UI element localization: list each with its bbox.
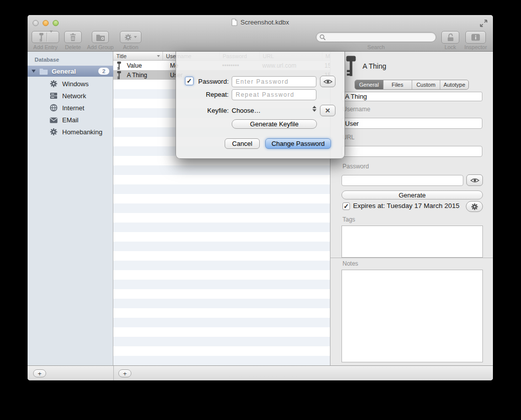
check-icon: ✓ <box>187 78 192 84</box>
sidebar-item-label: Homebanking <box>62 128 102 136</box>
change-password-button[interactable]: Change Password <box>265 138 331 149</box>
plus-icon: + <box>38 370 42 377</box>
table-stripe <box>113 280 330 289</box>
expires-checkbox[interactable]: ✓ <box>342 202 350 210</box>
sidebar-item-network[interactable]: Network <box>28 90 113 102</box>
table-stripe <box>113 175 330 184</box>
enable-password-checkbox[interactable]: ✓ <box>185 77 194 85</box>
add-entry-button[interactable] <box>32 31 59 43</box>
check-icon: ✓ <box>343 203 349 209</box>
table-stripe <box>113 203 330 213</box>
key-icon <box>345 55 357 78</box>
table-stripe <box>113 242 330 251</box>
sidebar-group-general[interactable]: General 2 <box>28 66 113 77</box>
folder-icon <box>39 68 48 75</box>
sidebar-item-homebanking[interactable]: Homebanking <box>28 126 113 138</box>
column-header-title[interactable]: Title <box>113 52 163 60</box>
close-button[interactable] <box>33 20 39 26</box>
zoom-button[interactable] <box>53 20 59 26</box>
sidebar-item-label: Internet <box>62 104 84 112</box>
sidebar-item-label: Network <box>62 92 86 100</box>
sidebar-item-windows[interactable]: Windows <box>28 78 113 90</box>
tab-general[interactable]: General <box>355 80 384 89</box>
tags-label: Tags <box>342 216 355 223</box>
table-stripe <box>113 194 330 203</box>
enter-password-input[interactable] <box>232 76 316 87</box>
table-stripe <box>113 318 330 327</box>
table-stripe <box>113 270 330 280</box>
password-label: Password: <box>195 78 229 85</box>
table-stripe <box>113 213 330 223</box>
table-stripe <box>113 356 330 365</box>
table-stripe <box>113 165 330 175</box>
eye-icon <box>323 79 332 85</box>
footer-bar: + + <box>28 365 493 380</box>
group-label: General <box>52 68 76 75</box>
tags-box[interactable] <box>341 226 483 258</box>
footer-divider <box>113 366 114 380</box>
cell-title: Value <box>127 62 142 69</box>
delete-button[interactable] <box>64 31 82 43</box>
keyfile-popup[interactable]: Choose… <box>232 105 319 115</box>
inspector-panel: A Thing General Files Custom Autotype Us… <box>330 52 493 365</box>
tab-files[interactable]: Files <box>384 80 412 89</box>
fullscreen-icon[interactable] <box>479 19 488 28</box>
sort-arrow-icon <box>157 55 160 57</box>
tab-autotype[interactable]: Autotype <box>440 80 468 89</box>
disclosure-triangle-icon[interactable] <box>32 70 36 73</box>
cancel-button[interactable]: Cancel <box>225 138 260 149</box>
inspector-button[interactable] <box>465 31 486 44</box>
clear-keyfile-button[interactable]: × <box>320 105 335 116</box>
username-field[interactable] <box>341 118 482 129</box>
popup-stepper-icon[interactable] <box>312 106 316 112</box>
username-label: Username <box>342 106 370 113</box>
add-group-footer-button[interactable]: + <box>33 369 46 377</box>
url-field[interactable] <box>341 146 482 157</box>
reveal-password-button[interactable] <box>466 174 483 186</box>
expires-options-button[interactable] <box>466 201 483 212</box>
window-title-group: Screenshot.kdbx <box>232 19 289 26</box>
lock-button[interactable] <box>441 31 459 44</box>
search-input[interactable] <box>326 33 436 41</box>
document-icon <box>232 19 238 26</box>
repeat-password-input[interactable] <box>232 89 316 100</box>
table-stripe <box>113 308 330 318</box>
desktop: Screenshot.kdbx <box>0 0 521 420</box>
table-stripe <box>113 232 330 242</box>
reveal-password-button[interactable] <box>320 76 335 87</box>
sidebar-header: Database <box>35 57 59 63</box>
notes-label: Notes <box>342 260 358 267</box>
table-stripe <box>113 223 330 232</box>
add-group-label: Add Group <box>86 44 114 50</box>
envelope-icon <box>50 117 58 123</box>
table-stripe <box>113 251 330 261</box>
password-field[interactable] <box>341 175 463 186</box>
sidebar-item-internet[interactable]: Internet <box>28 102 113 114</box>
info-icon <box>471 34 480 41</box>
action-button[interactable] <box>120 31 141 43</box>
expires-label: Expires at: Tuesday 17 March 2015 <box>353 202 459 209</box>
inspector-label: Inspector <box>463 44 488 50</box>
close-icon: × <box>325 106 330 116</box>
password-label: Password <box>342 163 369 170</box>
generate-keyfile-button[interactable]: Generate Keyfile <box>232 119 317 129</box>
gear-icon <box>471 203 478 211</box>
tab-custom[interactable]: Custom <box>412 80 441 89</box>
table-stripe <box>113 337 330 346</box>
lock-label: Lock <box>441 44 459 50</box>
sidebar-item-label: EMail <box>62 116 79 124</box>
title-field[interactable] <box>341 92 482 101</box>
folder-plus-icon <box>96 34 105 41</box>
key-icon <box>116 61 122 70</box>
add-entry-footer-button[interactable]: + <box>118 369 131 377</box>
minimize-button[interactable] <box>43 20 49 26</box>
generate-password-button[interactable]: Generate <box>341 190 483 199</box>
table-stripe <box>113 289 330 299</box>
keyfile-value: Choose… <box>232 107 261 114</box>
gear-icon <box>50 128 58 136</box>
search-field[interactable] <box>316 32 436 42</box>
sidebar-item-email[interactable]: EMail <box>28 114 113 126</box>
notes-box[interactable] <box>341 270 483 362</box>
cell-title: A Thing <box>127 72 147 79</box>
add-group-button[interactable] <box>92 31 109 43</box>
